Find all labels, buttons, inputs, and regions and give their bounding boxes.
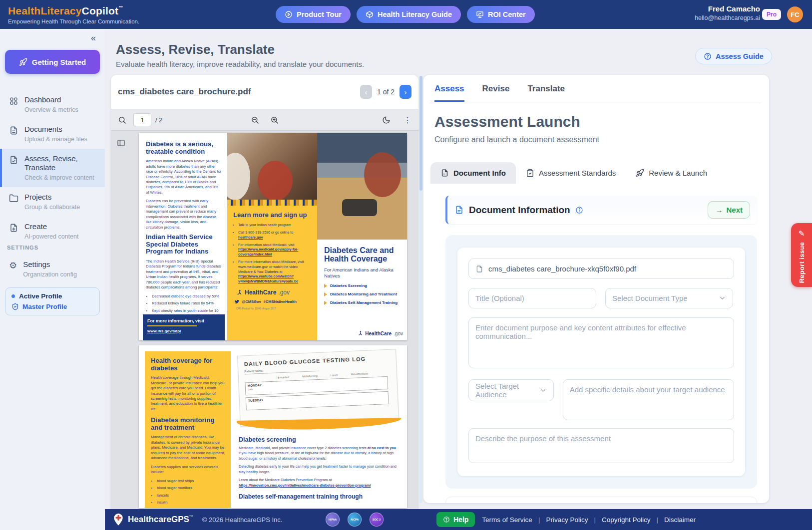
roi-center-button[interactable]: ROI Center xyxy=(467,6,535,23)
pencil-icon: ✎ xyxy=(799,229,805,238)
sidebar-item-label: Create xyxy=(24,222,78,232)
master-profile-row[interactable]: Master Profile xyxy=(11,303,93,310)
sidebar-item-create[interactable]: Create AI-powered content xyxy=(0,217,105,246)
thumbnail-panel-icon[interactable] xyxy=(117,139,125,147)
step-document-info[interactable]: Document Info xyxy=(430,162,516,184)
sidebar-item-label: Projects xyxy=(24,193,80,202)
uploaded-file-name: cms_diabetes care_brochure-xkq5f0xf90.pd… xyxy=(488,265,636,273)
sidebar-collapse-icon[interactable]: « xyxy=(91,33,96,43)
getting-started-button[interactable]: Getting Started xyxy=(5,50,100,74)
assess-guide-button[interactable]: Assess Guide xyxy=(695,48,772,64)
document-type-select[interactable]: Select Document Type xyxy=(605,288,733,308)
tab-revise[interactable]: Revise xyxy=(482,84,510,102)
panel-scrollbar[interactable] xyxy=(419,76,422,503)
sidebar-item-sub: Group & collaborate xyxy=(24,204,80,211)
page-number-input[interactable] xyxy=(133,113,151,126)
wizard-steps: Document Info Assessment Standards Revie… xyxy=(430,162,762,184)
health-literacy-guide-button[interactable]: Health Literacy Guide xyxy=(357,6,461,23)
hipaa-badge: HIPAA xyxy=(326,513,340,527)
pdf-viewer-card: cms_diabetes care_brochure.pdf ‹ 1 of 2 … xyxy=(111,75,418,509)
logo-text-secondary: Copilot xyxy=(82,5,119,16)
divider xyxy=(147,325,197,326)
gear-icon: ⚙ xyxy=(9,261,17,270)
brochure-bullet: For information about Medicaid, visit ht… xyxy=(238,243,312,257)
pdf-page-area[interactable]: Diabetes is a serious, treatable conditi… xyxy=(111,131,418,509)
brochure-link: healthcare.gov xyxy=(238,236,263,239)
brochure-cover-subtitle: For American Indians and Alaska Natives xyxy=(324,267,402,279)
sidebar-item-projects[interactable]: Projects Group & collaborate xyxy=(0,187,105,217)
title-input[interactable] xyxy=(468,288,596,308)
document-purpose-textarea[interactable] xyxy=(468,317,734,368)
more-options-icon[interactable]: ⋮ xyxy=(404,115,411,125)
brochure-topic: Diabetes Self-Management Training xyxy=(324,300,402,305)
clinic-photo xyxy=(227,133,317,200)
pdf-card-header: cms_diabetes care_brochure.pdf ‹ 1 of 2 … xyxy=(111,75,418,109)
step-review-launch[interactable]: Review & Launch xyxy=(626,162,717,184)
zoom-in-icon[interactable] xyxy=(270,116,279,124)
scrollbar-thumb[interactable] xyxy=(419,76,422,191)
brochure-right-column: Diabetes Care and Health Coverage For Am… xyxy=(317,133,407,340)
avatar[interactable]: FC xyxy=(787,6,803,22)
prev-document-button[interactable]: ‹ xyxy=(360,85,372,99)
zoom-out-icon[interactable] xyxy=(251,116,259,124)
help-button[interactable]: Help xyxy=(436,512,475,527)
logo-trademark: ™ xyxy=(118,5,123,10)
pdf-filename: cms_diabetes care_brochure.pdf xyxy=(118,87,251,97)
next-document-button[interactable]: › xyxy=(400,85,411,99)
file-plus-icon xyxy=(9,223,18,233)
panel-heading: Assessment Launch xyxy=(434,113,762,130)
app-logo: HealthLiteracyCopilot™ Empowering Health… xyxy=(8,5,139,24)
info-icon[interactable] xyxy=(575,206,583,214)
brochure-bullet: Call 1-800-318-2596 or go online to heal… xyxy=(238,230,312,240)
glucose-test-photo xyxy=(317,133,407,240)
disclaimer-link[interactable]: Disclaimer xyxy=(664,516,696,524)
sidebar-item-dashboard[interactable]: Dashboard Overview & metrics xyxy=(0,90,105,119)
privacy-policy-link[interactable]: Privacy Policy xyxy=(546,516,588,524)
mode-tabs: Assess Revise Translate xyxy=(430,75,762,102)
brochure-paragraph: The Indian Health Service (IHS) Special … xyxy=(146,259,222,290)
search-icon[interactable] xyxy=(118,116,126,124)
file-icon xyxy=(475,265,483,273)
uploaded-file-field[interactable]: cms_diabetes care_brochure-xkq5f0xf90.pd… xyxy=(468,259,734,279)
chevron-down-icon xyxy=(539,387,547,394)
app-tagline: Empowering Health Through Clear Communic… xyxy=(8,18,139,24)
section-header: Document Information → Next xyxy=(445,196,757,224)
brochure-bullet: Reduced kidney failure rates by 54% xyxy=(152,301,222,306)
footer-links-block: Help Terms of Service| Privacy Policy| C… xyxy=(436,509,696,530)
copyright-policy-link[interactable]: Copyright Policy xyxy=(602,516,651,524)
top-nav: Product Tour Health Literacy Guide ROI C… xyxy=(276,6,535,23)
dark-mode-moon-icon[interactable] xyxy=(382,116,391,124)
brochure-heading: Diabetes screening xyxy=(239,436,402,443)
sidebar-item-assess-revise-translate[interactable]: Assess, Revise, Translate Check & improv… xyxy=(0,149,105,188)
brochure-heading: Diabetes monitoring and treatment xyxy=(151,417,226,431)
question-circle-icon xyxy=(704,52,712,60)
user-info: Fred Camacho hello@healthcaregps.ai xyxy=(695,4,760,21)
audience-details-textarea[interactable] xyxy=(563,379,734,420)
tab-assess[interactable]: Assess xyxy=(434,84,464,102)
footer-brand: HealthcareGPS™ xyxy=(128,515,193,525)
health-literacy-guide-label: Health Literacy Guide xyxy=(378,10,452,18)
compliance-badges: HIPAA AICPA SOC 2 xyxy=(326,513,384,527)
brochure-paragraph: Learn about the Medicare Diabetes Preven… xyxy=(239,478,397,488)
assessment-purpose-textarea[interactable] xyxy=(468,428,734,463)
brochure-link: https://innovation.cms.gov/initiatives/m… xyxy=(239,483,371,488)
terms-of-service-link[interactable]: Terms of Service xyxy=(482,516,532,524)
user-email: hello@healthcaregps.ai xyxy=(695,14,760,21)
tab-translate[interactable]: Translate xyxy=(527,84,565,102)
section-title: Document Information xyxy=(469,205,570,216)
report-issue-tab[interactable]: ✎ Report issue xyxy=(791,223,812,287)
brochure-left-column: Diabetes is a serious, treatable conditi… xyxy=(139,133,227,340)
pdf-page-1: Diabetes is a serious, treatable conditi… xyxy=(139,133,407,340)
brochure-bullet: Talk to your Indian health program xyxy=(238,223,312,228)
next-button[interactable]: → Next xyxy=(708,201,750,219)
sidebar: « Getting Started Dashboard Overview & m… xyxy=(0,29,105,530)
step-assessment-standards[interactable]: Assessment Standards xyxy=(516,162,626,184)
target-audience-select[interactable]: Select Target Audience xyxy=(468,379,554,401)
sidebar-item-documents[interactable]: Documents Upload & manage files xyxy=(0,119,105,149)
brochure-paragraph: Detecting diabetes early in your life ca… xyxy=(239,464,397,475)
sidebar-item-settings[interactable]: ⚙ Settings Organization config xyxy=(0,255,105,284)
brochure-fineprint: CMS Product No. 11943 • August 2017 xyxy=(236,307,312,310)
step-label: Assessment Standards xyxy=(539,169,616,177)
product-tour-button[interactable]: Product Tour xyxy=(276,6,351,23)
master-profile-label: Master Profile xyxy=(22,303,67,310)
